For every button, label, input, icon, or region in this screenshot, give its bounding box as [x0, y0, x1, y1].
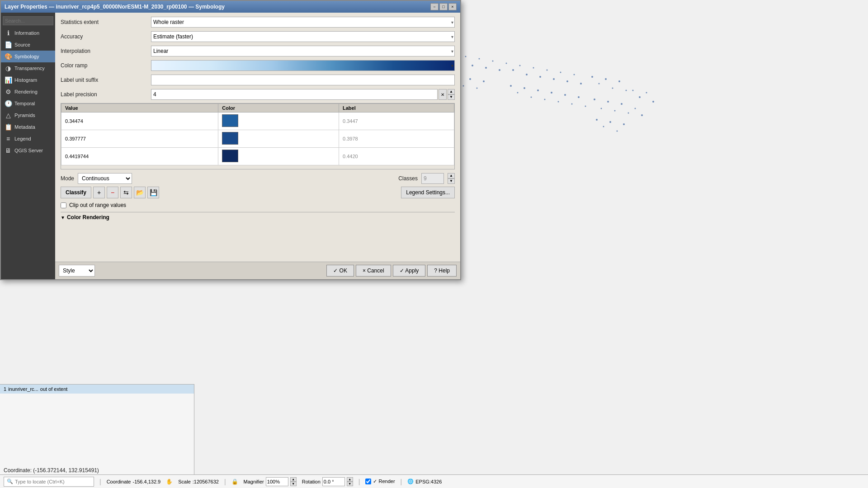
ok-button[interactable]: ✓ OK: [326, 265, 354, 277]
label-unit-suffix-row: Label unit suffix: [61, 74, 455, 86]
color-swatch[interactable]: [222, 132, 238, 145]
svg-point-67: [506, 63, 507, 64]
dialog-minimize-btn[interactable]: −: [430, 3, 439, 10]
table-row[interactable]: 0.344740.3447: [61, 113, 454, 130]
color-ramp-row: Color ramp ▾: [61, 60, 455, 71]
accuracy-row: Accuracy Estimate (faster) ▾: [61, 31, 455, 42]
sidebar-item-legend[interactable]: ≡ Legend: [1, 133, 55, 145]
classify-button[interactable]: Classify: [61, 187, 91, 198]
rotation-down-btn[interactable]: ▼: [347, 482, 353, 486]
table-cell-color[interactable]: [218, 130, 339, 148]
table-row[interactable]: 0.3977770.3978: [61, 130, 454, 148]
precision-down-btn[interactable]: ▼: [448, 94, 455, 100]
cancel-button[interactable]: × Cancel: [356, 265, 391, 277]
classes-label: Classes: [398, 175, 418, 182]
classes-up-btn[interactable]: ▲: [448, 173, 455, 178]
color-swatch[interactable]: [222, 150, 238, 162]
color-ramp-preview[interactable]: ▾: [151, 60, 455, 71]
legend-icon: ≡: [5, 135, 12, 142]
sidebar-item-label-temporal: Temporal: [14, 101, 35, 106]
svg-point-71: [533, 67, 534, 69]
pyramids-icon: △: [5, 112, 12, 119]
mode-select[interactable]: Continuous: [78, 173, 132, 184]
epsg-status-item[interactable]: 🌐 EPSG:4326: [407, 479, 442, 484]
render-checkbox[interactable]: [365, 479, 371, 484]
save-class-btn[interactable]: 💾: [147, 187, 159, 198]
style-select[interactable]: Style: [59, 265, 95, 277]
color-swatch[interactable]: [222, 114, 238, 127]
interpolation-dropdown[interactable]: Linear ▾: [151, 46, 455, 56]
classes-down-btn[interactable]: ▼: [448, 178, 455, 184]
label-precision-clear-btn[interactable]: ✕: [439, 89, 447, 100]
sidebar-item-transparency[interactable]: ◑ Transparency: [1, 62, 55, 74]
dialog-close-btn[interactable]: ×: [448, 3, 457, 10]
svg-point-84: [544, 99, 546, 100]
search-icon: 🔍: [7, 479, 13, 484]
table-cell-color[interactable]: [218, 148, 339, 165]
sidebar-item-qgis-server[interactable]: 🖥 QGIS Server: [1, 145, 55, 156]
svg-point-95: [618, 80, 620, 82]
svg-point-101: [621, 103, 623, 105]
table-cell-label: 0.4420: [339, 148, 454, 165]
label-unit-suffix-input[interactable]: [151, 75, 455, 85]
statistics-extent-dropdown[interactable]: Whole raster ▾: [151, 17, 455, 28]
sidebar-item-source[interactable]: 📄 Source: [1, 39, 55, 51]
sidebar-item-symbology[interactable]: 🎨 Symbology: [1, 51, 55, 62]
layer-properties-dialog: Layer Properties — inunriver_rcp4p5_0000…: [0, 0, 461, 280]
help-button[interactable]: ? Help: [427, 265, 457, 277]
svg-point-102: [628, 113, 629, 114]
table-cell-color[interactable]: [218, 113, 339, 130]
magnifier-input[interactable]: [266, 477, 288, 486]
render-status-item[interactable]: ✓ Render: [365, 479, 395, 484]
svg-point-54: [479, 58, 480, 60]
source-icon: 📄: [5, 41, 12, 48]
value-table-container[interactable]: Value Color Label 0.344740.34470.3977770…: [61, 103, 455, 169]
interpolation-arrow: ▾: [451, 49, 453, 54]
legend-settings-button[interactable]: Legend Settings...: [401, 187, 455, 198]
sidebar-item-pyramids[interactable]: △ Pyramids: [1, 109, 55, 121]
lock-icon: 🔒: [231, 479, 238, 485]
svg-point-75: [560, 72, 561, 73]
add-class-btn[interactable]: +: [93, 187, 105, 198]
qgis-server-icon: 🖥: [5, 147, 12, 154]
label-precision-input[interactable]: [151, 89, 438, 100]
load-class-btn[interactable]: 📂: [134, 187, 146, 198]
accuracy-dropdown[interactable]: Estimate (faster) ▾: [151, 31, 455, 42]
remove-class-btn[interactable]: −: [107, 187, 118, 198]
table-row[interactable]: 0.44197440.4420: [61, 148, 454, 165]
svg-point-70: [526, 74, 528, 75]
sidebar-item-rendering[interactable]: ⚙ Rendering: [1, 86, 55, 98]
interpolation-label: Interpolation: [61, 48, 151, 54]
sidebar-item-information[interactable]: ℹ Information: [1, 27, 55, 39]
svg-point-93: [605, 78, 607, 80]
layer-item[interactable]: 1 inunriver_rc... out of extent: [0, 385, 194, 394]
content-scroll-area[interactable]: Statistics extent Whole raster ▾ Accurac…: [55, 13, 460, 262]
sidebar-item-histogram[interactable]: 📊 Histogram: [1, 74, 55, 86]
table-cell-label: 0.3978: [339, 130, 454, 148]
link-class-btn[interactable]: ⇆: [120, 187, 132, 198]
layer-index: 1: [4, 386, 6, 392]
svg-point-86: [558, 101, 559, 103]
magnifier-down-btn[interactable]: ▼: [290, 482, 297, 486]
clip-range-label[interactable]: Clip out of range values: [69, 202, 126, 208]
svg-point-96: [626, 90, 627, 91]
sidebar-item-temporal[interactable]: 🕐 Temporal: [1, 98, 55, 109]
svg-point-132: [639, 96, 641, 98]
magnifier-up-btn[interactable]: ▲: [290, 477, 297, 482]
precision-up-btn[interactable]: ▲: [448, 89, 455, 94]
color-rendering-arrow: ▼: [61, 215, 65, 220]
sidebar-search-input[interactable]: [3, 16, 53, 25]
color-rendering-section-header[interactable]: ▼ Color Rendering: [61, 212, 455, 222]
metadata-icon: 📋: [5, 123, 12, 131]
dialog-maximize-btn[interactable]: □: [439, 3, 448, 10]
rotation-up-btn[interactable]: ▲: [347, 477, 353, 482]
sep1: |: [99, 478, 101, 485]
sidebar-item-metadata[interactable]: 📋 Metadata: [1, 121, 55, 133]
rotation-input[interactable]: [322, 477, 345, 486]
locate-search-input[interactable]: [15, 479, 83, 484]
clip-range-checkbox[interactable]: [61, 202, 66, 208]
interpolation-row: Interpolation Linear ▾: [61, 45, 455, 57]
apply-button[interactable]: ✓ Apply: [393, 265, 426, 277]
status-search-box[interactable]: 🔍: [4, 477, 94, 487]
dialog-titlebar: Layer Properties — inunriver_rcp4p5_0000…: [1, 1, 460, 13]
